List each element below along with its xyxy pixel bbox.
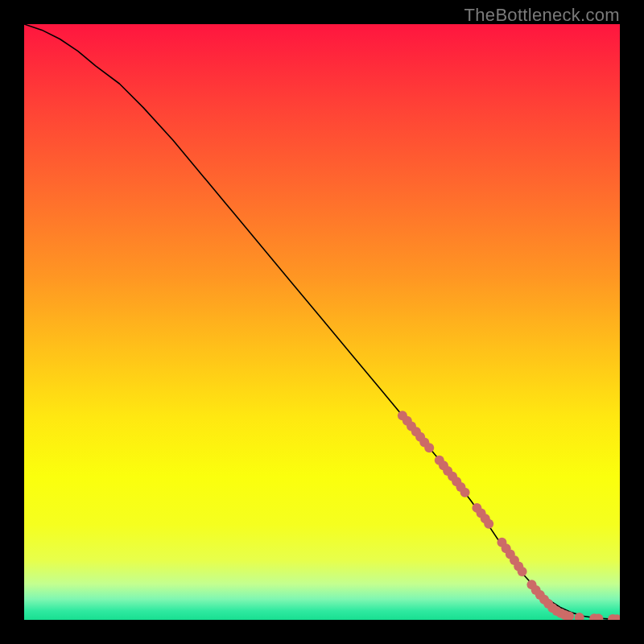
chart-container: TheBottleneck.com: [0, 0, 644, 644]
gradient-background: [24, 24, 620, 620]
plot-area: [24, 24, 620, 620]
scatter-dot: [424, 443, 434, 452]
chart-svg: [24, 24, 620, 620]
scatter-dot: [484, 519, 493, 529]
scatter-dot: [460, 488, 470, 497]
scatter-dot: [518, 567, 527, 576]
watermark-text: TheBottleneck.com: [464, 5, 620, 26]
